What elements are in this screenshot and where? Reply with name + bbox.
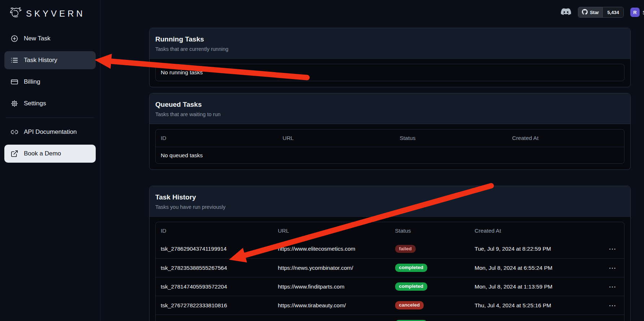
sidebar-item-label: API Documentation — [24, 128, 77, 136]
status-badge: completed — [395, 282, 428, 291]
sidebar: SKYVERN New Task Task History — [0, 0, 100, 321]
status-badge: completed — [395, 264, 428, 272]
running-tasks-table: No running tasks — [155, 64, 624, 81]
row-actions-button[interactable]: ⋯ — [606, 282, 619, 292]
column-header-id: ID — [156, 228, 273, 234]
sidebar-nav-primary: New Task Task History Billing — [4, 30, 96, 113]
sidebar-item-billing[interactable]: Billing — [4, 73, 96, 91]
status-badge: failed — [395, 245, 416, 253]
cell-created-at: Mon, Jul 8, 2024 at 6:55:24 PM — [470, 265, 601, 271]
cell-id: tsk_278629043741199914 — [156, 246, 273, 252]
cell-id: tsk_276727822333810816 — [156, 302, 273, 309]
external-link-icon — [10, 149, 19, 158]
row-actions-button[interactable]: ⋯ — [606, 319, 619, 321]
app-root: SKYVERN New Task Task History — [0, 0, 644, 321]
task-row[interactable]: tsk_278629043741199914 https://www.elite… — [156, 239, 624, 258]
card-title: Queued Tasks — [155, 101, 624, 109]
main-content: Star 5,434 R S Running Tasks Tasks that … — [100, 0, 644, 321]
task-history-table: ID URL Status Created At tsk_27862904374… — [155, 222, 624, 321]
card-subtitle: Tasks that are waiting to run — [155, 111, 624, 117]
task-row[interactable]: tsk_276727822333810816 https://www.tirab… — [156, 296, 624, 315]
sidebar-item-label: Settings — [24, 100, 46, 107]
task-history-card-content: ID URL Status Created At tsk_27862904374… — [150, 217, 630, 321]
plus-circle-icon — [10, 34, 19, 43]
cell-actions: ⋯ — [601, 300, 624, 311]
queued-tasks-card-header: Queued Tasks Tasks that are waiting to r… — [150, 93, 630, 124]
sidebar-item-new-task[interactable]: New Task — [4, 30, 96, 48]
sidebar-item-settings[interactable]: Settings — [4, 94, 96, 113]
card-title: Task History — [155, 193, 624, 201]
card-subtitle: Tasks you have run previously — [155, 204, 624, 210]
empty-row: No queued tasks — [156, 147, 624, 163]
queued-tasks-card: Queued Tasks Tasks that are waiting to r… — [149, 93, 631, 170]
sidebar-item-label: Task History — [24, 57, 57, 64]
empty-message: No running tasks — [156, 69, 208, 76]
cell-status: completed — [390, 282, 470, 291]
column-header-created-at: Created At — [507, 135, 624, 141]
cell-status: failed — [390, 245, 470, 253]
user-name: S — [643, 9, 644, 16]
cell-url: https://www.finditparts.com — [273, 283, 390, 290]
cell-url: https://www.elitecosmetics.com — [273, 246, 390, 252]
running-tasks-card: Running Tasks Tasks that are currently r… — [149, 28, 631, 87]
sidebar-nav-secondary: API Documentation Book a Demo — [4, 123, 96, 163]
cell-actions: ⋯ — [601, 263, 624, 273]
logo[interactable]: SKYVERN — [4, 6, 96, 22]
cell-id: tsk_278147405593572204 — [156, 283, 273, 290]
task-row[interactable]: tsk_278147405593572204 https://www.findi… — [156, 277, 624, 296]
task-row[interactable]: tsk_278235388555267564 https://news.ycom… — [156, 258, 624, 277]
cell-url: https://news.ycombinator.com/ — [273, 265, 390, 271]
link-icon — [10, 128, 19, 136]
sidebar-item-task-history[interactable]: Task History — [4, 51, 96, 69]
task-history-card: Task History Tasks you have run previous… — [149, 186, 631, 321]
sidebar-divider — [6, 118, 94, 118]
running-tasks-card-header: Running Tasks Tasks that are currently r… — [150, 28, 630, 59]
ellipsis-icon: ⋯ — [609, 283, 616, 291]
sidebar-item-label: Billing — [24, 78, 40, 85]
cell-id: tsk_278235388555267564 — [156, 265, 273, 271]
cell-actions: ⋯ — [601, 319, 624, 321]
sidebar-item-label: Book a Demo — [24, 150, 61, 157]
github-star-count: 5,434 — [602, 7, 623, 17]
column-header-url: URL — [277, 135, 394, 141]
sidebar-item-label: New Task — [24, 35, 50, 42]
avatar: R — [630, 8, 640, 17]
status-badge: canceled — [395, 301, 424, 309]
row-actions-button[interactable]: ⋯ — [606, 244, 619, 254]
queued-tasks-card-content: ID URL Status Created At No queued tasks — [150, 124, 630, 170]
column-header-status: Status — [394, 135, 507, 141]
task-history-card-header: Task History Tasks you have run previous… — [150, 186, 630, 217]
cell-created-at: Thu, Jul 4, 2024 at 5:25:16 PM — [470, 302, 601, 309]
cell-actions: ⋯ — [601, 244, 624, 254]
cell-created-at: Mon, Jul 8, 2024 at 1:13:59 PM — [470, 283, 601, 290]
column-header-url: URL — [273, 228, 390, 234]
row-actions-button[interactable]: ⋯ — [606, 300, 619, 311]
cell-status: canceled — [390, 301, 470, 309]
github-star-widget[interactable]: Star 5,434 — [578, 7, 624, 18]
column-header-id: ID — [156, 135, 277, 141]
column-header-status: Status — [390, 228, 470, 234]
sidebar-item-book-a-demo[interactable]: Book a Demo — [4, 145, 96, 163]
github-icon — [582, 9, 588, 16]
discord-icon[interactable] — [561, 8, 571, 17]
app-name: SKYVERN — [26, 9, 85, 19]
task-row[interactable]: tsk_274180139292204058 https://www.geico… — [156, 315, 624, 321]
cell-created-at: Tue, Jul 9, 2024 at 8:22:59 PM — [470, 246, 601, 252]
credit-card-icon — [10, 78, 19, 86]
ellipsis-icon: ⋯ — [609, 245, 616, 253]
github-star-label: Star — [590, 10, 599, 15]
gear-icon — [10, 99, 19, 108]
list-icon — [10, 56, 19, 65]
sidebar-item-api-documentation[interactable]: API Documentation — [4, 123, 96, 141]
table-header-row: ID URL Status Created At — [156, 222, 624, 239]
column-header-created-at: Created At — [470, 228, 601, 234]
ellipsis-icon: ⋯ — [609, 264, 616, 272]
topbar: Star 5,434 R S — [561, 6, 644, 19]
running-tasks-card-content: No running tasks — [150, 59, 630, 87]
card-title: Running Tasks — [155, 35, 624, 43]
cell-actions: ⋯ — [601, 282, 624, 292]
cell-status: completed — [390, 264, 470, 272]
ellipsis-icon: ⋯ — [609, 302, 616, 309]
user-menu[interactable]: R S — [630, 8, 644, 17]
row-actions-button[interactable]: ⋯ — [606, 263, 619, 273]
